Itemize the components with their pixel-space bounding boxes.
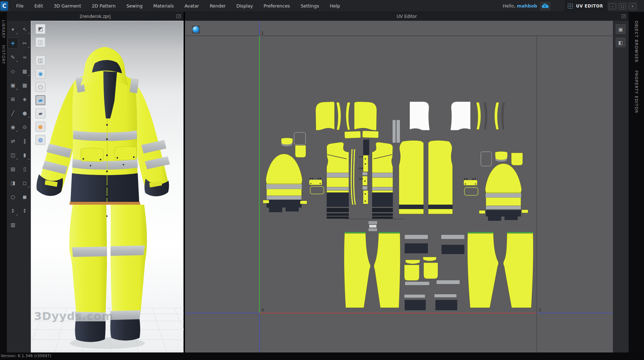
button-tool[interactable]: ● [19,107,30,118]
version-text: Version: 6.1.346 (r35697) [1,354,51,358]
right-dock-strip: OBJECT BROWSER PROPERTY EDITOR [629,12,644,352]
grid-tool[interactable]: ▦ [19,65,30,77]
menu-display[interactable]: Display [231,0,258,12]
menu-3d-garment[interactable]: 3D Garment [48,0,87,12]
menu-render[interactable]: Render [204,0,231,12]
uv-editor-title: UV Editor [185,12,629,21]
mesh-surface-toggle[interactable]: ▰ [35,108,45,118]
menu-file[interactable]: File [11,0,29,12]
uv-mini-piece [369,221,377,231]
close-button[interactable]: × [629,3,636,9]
menu-bar: C FileEdit3D Garment2D PatternSewingMate… [0,0,644,12]
seam-visibility-toggle[interactable]: ◉ [35,69,45,79]
stripe-tool[interactable]: ▥ [8,219,18,230]
roll-tool[interactable]: ▯ [19,163,30,174]
select-tool[interactable]: ▾ [8,24,18,35]
menu-sewing[interactable]: Sewing [121,0,148,12]
uv-side-toolbar: ▣◧ [613,21,629,352]
svg-text:C: C [544,5,546,8]
menu-2d-pattern[interactable]: 2D Pattern [87,0,121,12]
free-sewing-tool[interactable]: ◉ [8,121,18,132]
show-garment-toggle[interactable]: ◫ [35,37,45,47]
knee-stripe [72,247,107,257]
mode-caret-icon[interactable]: ▼ [600,0,602,12]
layer-tool[interactable]: ▤ [8,163,18,174]
user-greeting: Hello, mahbob [503,0,537,12]
minimize-button[interactable]: – [609,3,616,9]
sewing-machine-tool[interactable]: ⊞ [8,93,18,104]
environment-toggle[interactable]: ◍ [35,135,45,145]
tab-object-browser[interactable]: OBJECT BROWSER [634,21,639,63]
fabric-roll-tool[interactable]: ▮ [19,149,30,160]
panel-3d-view: 2renderok.zprj ↗ ▾+✎◇▣⊞╱◉⇄◫▤◨○↕▥↖✂≈▦▩◈●⊙… [7,12,184,352]
uv-snapshot-button[interactable]: ▣ [616,24,625,34]
mode-label: UV EDITOR [576,4,603,9]
move-tool[interactable]: + [8,38,18,49]
menu-help[interactable]: Help [325,0,346,12]
pant-cuff [75,321,106,342]
garment-3d-render [31,21,184,353]
texture-surface-toggle[interactable]: ▰ [35,95,45,105]
panel-uv-header: UV Editor ↗ [185,12,629,21]
viewport-3d[interactable]: 3Dyyds.com ◩◫◫◉○▰▰●◍ [31,21,184,352]
zipper-tool[interactable]: ∥ [19,135,30,146]
garment-tool[interactable]: ▣ [8,79,18,91]
uv-pieces-hood[interactable] [316,102,505,143]
app-logo[interactable]: C [0,1,8,11]
avatar-tool[interactable]: ○ [8,191,18,202]
tab-history[interactable]: HISTORY [1,45,5,64]
menu-edit[interactable]: Edit [29,0,48,12]
pin-visibility-toggle[interactable]: ○ [35,82,45,92]
uv-pieces-jacket[interactable] [263,132,528,221]
small-roll-tool[interactable]: ◻ [19,177,30,188]
tab-property-editor[interactable]: PROPERTY EDITOR [634,70,639,113]
dark-roll-tool[interactable]: ◼ [19,191,30,202]
uv-sphere-button[interactable] [191,25,200,34]
uv-canvas[interactable]: 1 0 1 [185,21,613,352]
texture-tool[interactable]: ◈ [19,93,30,104]
panel-3d-header: 2renderok.zprj ↗ [7,12,184,21]
select-mesh-tool[interactable]: ↖ [19,24,30,35]
uv-grid-icon [567,3,573,9]
uv-pieces-pants[interactable] [344,219,533,310]
axis-label-v1: 1 [261,31,264,35]
trace-tool[interactable]: ≈ [19,52,30,63]
toolbar-3d: ▾+✎◇▣⊞╱◉⇄◫▤◨○↕▥↖✂≈▦▩◈●⊙∥▮▯◻◼↕ [7,21,31,352]
garment-visibility-toggle[interactable]: ◫ [35,55,45,65]
menu-avatar[interactable]: Avatar [179,0,205,12]
watermark: 3Dyyds.com [34,310,113,322]
hem-trim [69,202,140,205]
uv-capture-button[interactable]: ◧ [616,38,625,47]
pin-tool[interactable]: ↕ [8,205,18,216]
menu-materials[interactable]: Materials [148,0,179,12]
swap-tool[interactable]: ⇄ [8,135,18,146]
garment[interactable] [36,47,170,342]
status-bar: Version: 6.1.346 (r35697) [0,352,644,360]
maximize-button[interactable]: □ [619,3,626,9]
axis-label-origin: 0 [262,308,264,312]
fold-tool[interactable]: ◨ [8,177,18,188]
render-style-toggle[interactable]: ◩ [35,24,45,34]
popout-icon[interactable]: ↗ [621,14,626,18]
jacket-navy-hem [70,173,139,202]
panel-uv-editor: UV Editor ↗ 1 0 1 [185,12,629,352]
avatar-visibility-toggle[interactable]: ● [35,122,45,132]
edit-pattern-tool[interactable]: ✎ [8,52,18,63]
menu-preferences[interactable]: Preferences [258,0,296,12]
measure-tool[interactable]: ↕ [19,205,30,216]
pattern-grade-tool[interactable]: ▩ [19,79,30,91]
segment-sewing-tool[interactable]: ╱ [8,107,18,118]
greeting-text: Hello, [503,3,516,9]
popout-icon[interactable]: ↗ [176,14,181,18]
cloud-icon[interactable]: C [540,1,551,10]
main-menu: FileEdit3D Garment2D PatternSewingMateri… [11,0,345,12]
axis-label-u1: 1 [539,308,541,312]
cut-sew-tool[interactable]: ✂ [19,38,30,49]
edit-curve-tool[interactable]: ◇ [8,65,18,77]
username[interactable]: mahbob [517,3,537,9]
flip-tool[interactable]: ◫ [8,149,18,160]
menu-settings[interactable]: Settings [295,0,324,12]
buttonhole-tool[interactable]: ⊙ [19,121,30,132]
tab-library[interactable]: LIBRARY [1,20,5,39]
left-dock-strip: LIBRARY HISTORY [0,12,7,352]
